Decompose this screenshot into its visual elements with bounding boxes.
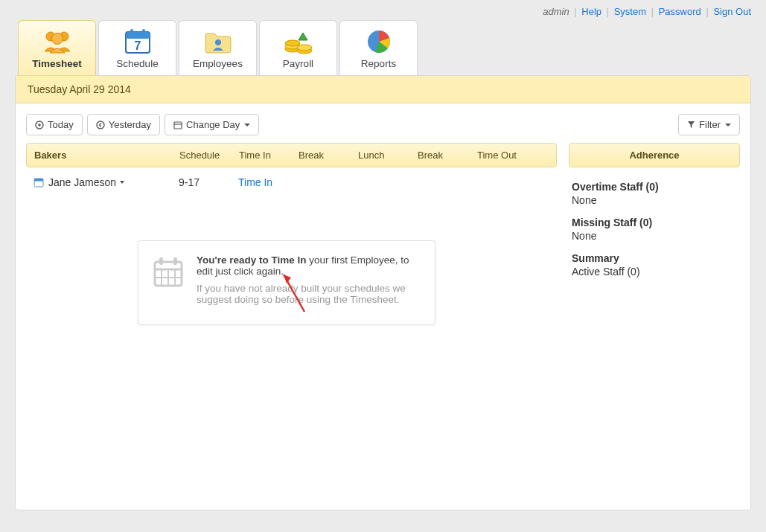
col-header-timein: Time In bbox=[239, 150, 299, 161]
tab-label: Timesheet bbox=[32, 58, 82, 69]
calendar-icon: 7 bbox=[99, 21, 176, 58]
tab-label: Schedule bbox=[116, 58, 158, 69]
people-icon bbox=[19, 21, 95, 58]
missing-staff-value: None bbox=[572, 230, 737, 242]
onboarding-hint: You're ready to Time In your first Emplo… bbox=[138, 240, 435, 325]
toolbar: Today Yesterday Change Day Filter bbox=[16, 103, 750, 143]
svg-rect-23 bbox=[159, 257, 163, 265]
back-icon bbox=[96, 121, 105, 129]
tab-timesheet[interactable]: Timesheet bbox=[18, 20, 96, 75]
svg-rect-24 bbox=[173, 257, 177, 265]
yesterday-button[interactable]: Yesterday bbox=[87, 114, 160, 135]
chevron-down-icon bbox=[244, 124, 250, 126]
today-button[interactable]: Today bbox=[26, 114, 83, 135]
svg-rect-21 bbox=[34, 179, 43, 182]
timesheet-header-row: Bakers Schedule Time In Break Lunch Brea… bbox=[26, 143, 557, 167]
top-utility-bar: admin | Help | System | Password | Sign … bbox=[0, 0, 766, 20]
summary-value: Active Staff (0) bbox=[572, 266, 737, 278]
svg-point-17 bbox=[97, 121, 104, 129]
hint-line-1: You're ready to Time In your first Emplo… bbox=[197, 254, 421, 277]
change-day-button[interactable]: Change Day bbox=[165, 114, 259, 135]
tab-reports[interactable]: Reports bbox=[339, 20, 418, 75]
target-icon bbox=[35, 121, 44, 129]
overtime-staff-label: Overtime Staff (0) bbox=[572, 181, 737, 193]
password-link[interactable]: Password bbox=[659, 6, 701, 17]
svg-text:7: 7 bbox=[134, 39, 141, 52]
adherence-body: Overtime Staff (0) None Missing Staff (0… bbox=[569, 167, 740, 288]
folder-person-icon bbox=[179, 21, 256, 58]
calendar-mini-icon bbox=[33, 177, 44, 188]
svg-point-2 bbox=[51, 33, 63, 45]
col-header-break1: Break bbox=[299, 150, 358, 161]
tab-employees[interactable]: Employees bbox=[179, 20, 257, 75]
main-panel: Tuesday April 29 2014 Today Yesterday Ch… bbox=[15, 75, 751, 510]
missing-staff-label: Missing Staff (0) bbox=[572, 217, 737, 228]
tab-label: Payroll bbox=[283, 58, 313, 69]
table-row: Jane Jameson 9-17 Time In bbox=[26, 167, 557, 194]
help-link[interactable]: Help bbox=[581, 6, 601, 17]
svg-rect-4 bbox=[126, 32, 150, 39]
col-header-timeout: Time Out bbox=[477, 150, 537, 161]
cell-schedule: 9-17 bbox=[179, 176, 238, 188]
tab-schedule[interactable]: 7 Schedule bbox=[98, 20, 176, 75]
tab-label: Reports bbox=[361, 58, 396, 69]
calendar-large-icon bbox=[152, 256, 185, 291]
col-header-schedule: Schedule bbox=[179, 150, 239, 161]
col-header-lunch: Lunch bbox=[358, 150, 418, 161]
adherence-header: Adherence bbox=[569, 143, 740, 167]
svg-rect-6 bbox=[142, 29, 145, 35]
calendar-small-icon bbox=[173, 121, 182, 129]
hint-line-2: If you have not already built your sched… bbox=[197, 283, 421, 305]
tab-payroll[interactable]: Payroll bbox=[259, 20, 337, 75]
col-header-bakers: Bakers bbox=[34, 150, 179, 161]
svg-point-16 bbox=[38, 124, 41, 126]
svg-rect-5 bbox=[130, 29, 133, 35]
col-header-break2: Break bbox=[418, 150, 477, 161]
chevron-down-icon bbox=[725, 124, 731, 126]
svg-point-11 bbox=[285, 40, 300, 46]
tab-label: Employees bbox=[193, 58, 243, 69]
current-user: admin bbox=[543, 6, 569, 17]
filter-icon bbox=[687, 121, 695, 129]
svg-rect-18 bbox=[174, 122, 182, 129]
svg-point-8 bbox=[215, 39, 221, 45]
overtime-staff-value: None bbox=[572, 194, 737, 206]
pie-chart-icon bbox=[340, 21, 417, 58]
signout-link[interactable]: Sign Out bbox=[713, 6, 751, 17]
coins-icon bbox=[260, 21, 336, 58]
date-bar: Tuesday April 29 2014 bbox=[16, 76, 750, 103]
time-in-link[interactable]: Time In bbox=[238, 176, 272, 188]
main-tabs: Timesheet 7 Schedule bbox=[0, 20, 766, 75]
summary-label: Summary bbox=[572, 252, 737, 264]
chevron-down-icon bbox=[120, 181, 124, 184]
employee-name[interactable]: Jane Jameson bbox=[48, 176, 116, 188]
system-link[interactable]: System bbox=[614, 6, 646, 17]
filter-button[interactable]: Filter bbox=[678, 114, 740, 135]
svg-point-13 bbox=[297, 45, 312, 51]
